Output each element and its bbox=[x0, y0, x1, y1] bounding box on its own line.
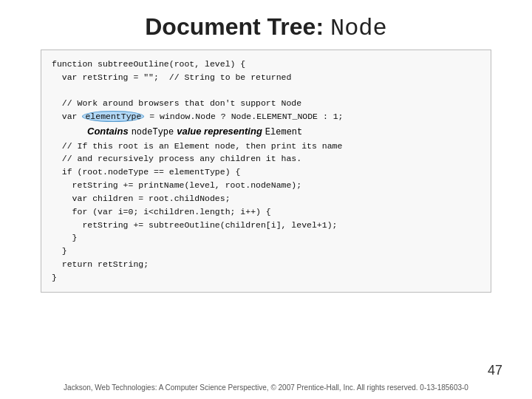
code-line-10: var children = root.childNodes; bbox=[52, 192, 480, 205]
code-line-13: } bbox=[52, 231, 480, 245]
code-line-14: } bbox=[52, 245, 480, 258]
title-mono: Node bbox=[330, 15, 387, 42]
callout-contains: Contains bbox=[87, 124, 129, 139]
code-line-12: retString += subtreeOutline(children[i],… bbox=[52, 219, 480, 232]
code-line-8: if (root.nodeType == elementType) { bbox=[52, 166, 480, 179]
highlighted-elementtype: elementType bbox=[82, 111, 144, 122]
code-line-7: // and recursively process any children … bbox=[52, 152, 480, 166]
callout-element: Element bbox=[265, 126, 302, 140]
code-line-16: } bbox=[52, 271, 480, 284]
code-line-5: var elementType = window.Node ? Node.ELE… bbox=[52, 110, 480, 123]
code-line-9: retString += printName(level, root.nodeN… bbox=[52, 179, 480, 192]
code-line-1: function subtreeOutline(root, level) { bbox=[52, 58, 480, 71]
callout-nodetype: nodeType bbox=[132, 126, 174, 140]
code-line-6: // If this root is an Element node, then… bbox=[52, 140, 480, 153]
code-line-4: // Work around browsers that don't suppo… bbox=[52, 97, 480, 110]
code-line-2: var retString = ""; // String to be retu… bbox=[52, 71, 480, 84]
callout-annotation: Contains nodeType value representing Ele… bbox=[87, 124, 480, 140]
code-line-15: return retString; bbox=[52, 258, 480, 271]
code-line-11: for (var i=0; i<children.length; i++) { bbox=[52, 205, 480, 219]
page-title: Document Tree: Node bbox=[0, 0, 532, 50]
code-box: function subtreeOutline(root, level) { v… bbox=[41, 50, 491, 293]
footer-text: Jackson, Web Technologies: A Computer Sc… bbox=[0, 383, 532, 392]
callout-value: value representing bbox=[177, 124, 262, 139]
code-line-3 bbox=[52, 84, 480, 98]
page-number: 47 bbox=[488, 363, 502, 378]
title-text: Document Tree: bbox=[145, 13, 330, 40]
